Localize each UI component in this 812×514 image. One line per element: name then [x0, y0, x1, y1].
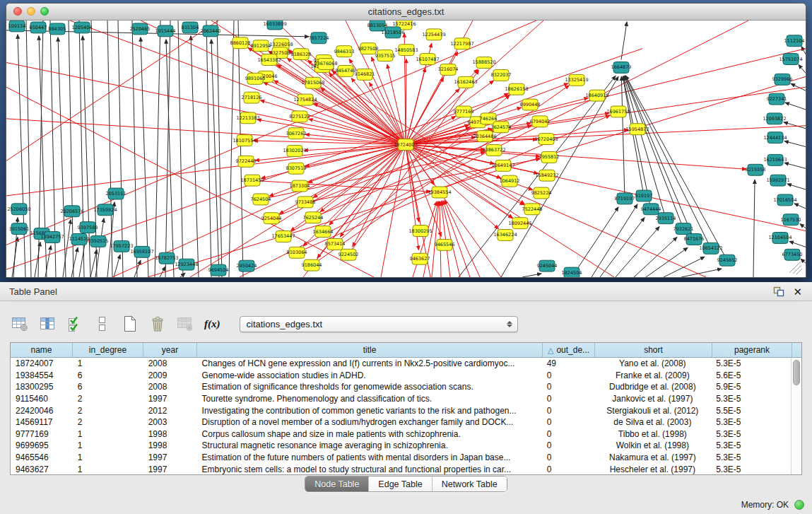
- graph-node[interactable]: 18626158: [505, 83, 528, 95]
- close-panel-icon[interactable]: ✕: [793, 286, 802, 297]
- graph-node[interactable]: 8103064: [287, 247, 307, 258]
- table-row[interactable]: 1456911722003Disruption of a novel membe…: [11, 416, 791, 428]
- tab-edge-table[interactable]: Edge Table: [369, 477, 432, 491]
- graph-node[interactable]: 3216074: [438, 64, 459, 75]
- graph-node[interactable]: 12217987: [450, 38, 473, 49]
- graph-node[interactable]: 109134: [8, 21, 26, 32]
- graph-node[interactable]: 13325419: [565, 74, 588, 86]
- graph-node[interactable]: 8454749: [336, 65, 356, 76]
- zoom-window-button[interactable]: [40, 7, 49, 16]
- network-view-window[interactable]: citations_edges.txt 18724007886012889129…: [6, 3, 806, 278]
- graph-node[interactable]: 15849232: [535, 170, 558, 181]
- column-header-pagerank[interactable]: pagerank: [712, 343, 792, 357]
- graph-node[interactable]: 9254044: [261, 213, 282, 224]
- graph-node[interactable]: 9777169: [454, 106, 474, 117]
- tab-network-table[interactable]: Network Table: [433, 477, 507, 491]
- graph-node[interactable]: 9694504: [208, 264, 229, 276]
- graph-node[interactable]: 16720405: [534, 134, 558, 145]
- graph-node[interactable]: 650447: [30, 22, 47, 33]
- graph-node[interactable]: 1064912: [500, 175, 520, 187]
- tab-node-table[interactable]: Node Table: [305, 477, 369, 491]
- graph-node[interactable]: 9227341: [767, 93, 787, 105]
- graph-node[interactable]: 3624574: [491, 122, 512, 133]
- float-panel-icon[interactable]: [773, 286, 784, 297]
- graph-node[interactable]: 6794042: [530, 116, 551, 127]
- table-row[interactable]: 946362711997Embryonic stem cells: a mode…: [11, 463, 791, 475]
- graph-node[interactable]: 10649147: [491, 160, 514, 171]
- graph-node[interactable]: 16162463: [454, 76, 477, 88]
- new-table-button[interactable]: [120, 314, 140, 334]
- function-builder-icon[interactable]: f(x): [204, 318, 220, 330]
- window-titlebar[interactable]: citations_edges.txt: [6, 4, 806, 21]
- graph-node[interactable]: 16961758: [606, 106, 630, 117]
- graph-node[interactable]: 3067262: [286, 128, 307, 139]
- graph-node[interactable]: 1350515: [88, 235, 109, 247]
- graph-node[interactable]: 18731459: [240, 175, 264, 186]
- graph-node[interactable]: 17016504: [773, 194, 796, 206]
- graph-node[interactable]: 1114519: [69, 234, 90, 245]
- network-canvas[interactable]: 1872400788601288912954132260589327508165…: [6, 21, 806, 277]
- column-visibility-button[interactable]: [37, 314, 57, 334]
- graph-node[interactable]: 7624504: [251, 194, 271, 205]
- delete-entry-trash-button[interactable]: [148, 314, 167, 334]
- table-settings-button[interactable]: [10, 314, 30, 334]
- graph-node[interactable]: 9357515: [375, 50, 396, 62]
- graph-node[interactable]: 1167530: [781, 214, 801, 226]
- graph-node[interactable]: 7932621: [673, 223, 694, 235]
- graph-node[interactable]: 8990448: [520, 99, 541, 110]
- graph-node[interactable]: 15751074: [779, 54, 802, 65]
- graph-node[interactable]: 1112304: [784, 35, 805, 47]
- graph-node[interactable]: 14850583: [394, 45, 418, 56]
- graph-node[interactable]: 9397588: [78, 222, 98, 233]
- column-header-short[interactable]: short: [595, 343, 712, 357]
- graph-node[interactable]: 9186044: [302, 259, 322, 271]
- graph-node[interactable]: 9329966: [772, 74, 793, 85]
- graph-node[interactable]: 12754824: [293, 94, 317, 105]
- graph-node[interactable]: 7955812: [539, 151, 560, 163]
- graph-node[interactable]: 9825224: [531, 187, 552, 199]
- table-source-dropdown[interactable]: citations_edges.txt: [240, 316, 518, 332]
- table-row[interactable]: 1938455462009Genome-wide association stu…: [11, 370, 791, 382]
- graph-node[interactable]: 9891065: [245, 73, 266, 84]
- graph-node[interactable]: 12093822: [763, 113, 786, 124]
- graph-node[interactable]: 23863722: [482, 145, 505, 156]
- column-header-name[interactable]: name: [11, 343, 73, 357]
- column-header-year[interactable]: year: [143, 343, 197, 357]
- graph-node[interactable]: 12254439: [422, 29, 445, 40]
- graph-node[interactable]: 10654122: [699, 243, 722, 254]
- graph-node[interactable]: 9245652: [717, 255, 738, 266]
- graph-node[interactable]: 16958107: [130, 246, 153, 257]
- graph-node[interactable]: 12104504: [768, 233, 792, 244]
- graph-node[interactable]: 1824504: [562, 267, 582, 277]
- graph-node[interactable]: 17653447: [271, 231, 295, 243]
- graph-node[interactable]: 8912954: [251, 40, 271, 52]
- graph-node[interactable]: 7625244: [303, 212, 324, 223]
- graph-node[interactable]: 9474444: [641, 204, 661, 215]
- graph-node[interactable]: 8322037: [491, 69, 512, 81]
- graph-node[interactable]: 9224502: [339, 249, 359, 260]
- table-row[interactable]: 1830029562008Estimation of significance …: [11, 381, 791, 393]
- table-vertical-scrollbar[interactable]: [791, 358, 801, 474]
- graph-node[interactable]: 9465546: [435, 239, 455, 250]
- graph-node[interactable]: 2450424: [237, 260, 257, 271]
- graph-node[interactable]: 8573414: [325, 238, 346, 250]
- graph-node[interactable]: 8215958: [746, 164, 766, 175]
- graph-node[interactable]: 919197: [635, 190, 653, 201]
- graph-node[interactable]: 9846313: [334, 46, 355, 57]
- table-body[interactable]: 1872400712008Changes of HCN gene express…: [11, 358, 791, 474]
- column-header-title[interactable]: title: [197, 343, 543, 357]
- graph-node[interactable]: 831304: [182, 22, 199, 33]
- column-header-out_de[interactable]: △out_de...: [543, 343, 595, 357]
- graph-node[interactable]: 25206050: [7, 204, 30, 215]
- table-row[interactable]: 969969511998Structural magnetic resonanc…: [11, 440, 791, 452]
- graph-node[interactable]: 9722446: [236, 156, 257, 167]
- table-type-segmented-control[interactable]: Node TableEdge TableNetwork Table: [305, 476, 507, 492]
- table-row[interactable]: 911546021997Tourette syndrome. Phenomeno…: [11, 393, 791, 405]
- graph-node[interactable]: 8471676: [684, 234, 705, 245]
- graph-node[interactable]: 1205404: [72, 22, 93, 33]
- graph-node[interactable]: 9146821: [355, 69, 375, 80]
- graph-node[interactable]: 9463627: [410, 253, 430, 264]
- graph-node[interactable]: 8186328: [291, 49, 312, 60]
- graph-node[interactable]: 2935114: [656, 213, 676, 224]
- graph-node[interactable]: 1873304: [290, 180, 310, 192]
